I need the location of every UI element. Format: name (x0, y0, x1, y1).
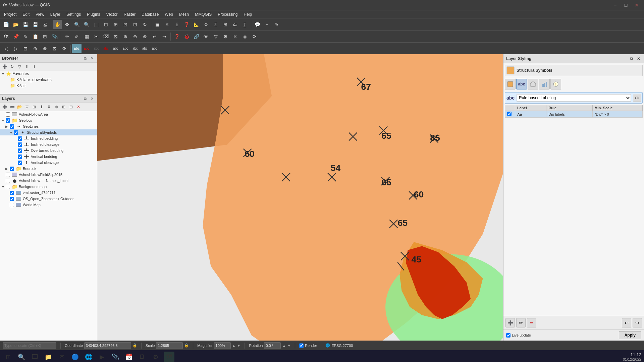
edit-6[interactable]: ⊠ (111, 32, 120, 41)
layer-filter-btn[interactable]: ▽ (23, 104, 30, 110)
close-btn[interactable]: ✕ (632, 2, 641, 8)
styling-tab-action[interactable]: ! (550, 79, 561, 89)
menu-plugins[interactable]: Plugins (84, 11, 103, 17)
zoom-out-btn[interactable]: 🔍 (82, 20, 91, 29)
nav-prev[interactable]: ◁ (1, 44, 11, 53)
labeling-settings-btn[interactable]: ⚙ (633, 94, 641, 102)
add-rule-btn[interactable]: ➕ (505, 318, 515, 327)
edit-1[interactable]: ✏ (62, 32, 72, 41)
redo-style-btn[interactable]: ↪ (633, 318, 642, 327)
label-8[interactable]: abc (140, 44, 150, 53)
render-cb[interactable] (299, 342, 304, 349)
label-1[interactable]: abc (72, 44, 82, 53)
label-7[interactable]: abc (130, 44, 140, 53)
locate-input[interactable] (3, 342, 56, 349)
layer-vml-cb[interactable] (10, 191, 14, 195)
layer-group-btn[interactable]: ⊕ (53, 104, 60, 110)
layer-bgmap-cb[interactable] (6, 185, 10, 189)
styling-tab-3d[interactable] (528, 79, 538, 89)
identify-btn[interactable]: ℹ (172, 20, 181, 29)
label-9[interactable]: abc (150, 44, 159, 53)
refresh-btn[interactable]: ↻ (140, 20, 150, 29)
browser-item-2[interactable]: 📁 K:\air (0, 83, 97, 89)
layer-open-btn[interactable]: 📂 (16, 104, 23, 110)
toolbox-btn[interactable]: ⊞ (221, 20, 230, 29)
window-controls[interactable]: − □ ✕ (610, 2, 641, 8)
labeling-type-select[interactable]: Rule-based Labeling Single Labels No Lab… (517, 94, 631, 102)
epsg-item[interactable]: 🌐 EPSG:27700 (325, 343, 353, 348)
minimize-btn[interactable]: − (610, 2, 620, 8)
layer-asheshollow-area[interactable]: AshesHollowArea (0, 111, 97, 117)
browser-close-btn[interactable]: ✕ (89, 55, 95, 61)
map-nav-6[interactable]: 📎 (50, 32, 59, 41)
python-btn[interactable]: Σ (211, 20, 220, 29)
magnifier-input[interactable] (214, 342, 231, 349)
rotation-down[interactable]: ▼ (287, 344, 291, 348)
nav-4[interactable]: ⊕ (31, 44, 40, 53)
coordinate-input[interactable] (84, 342, 131, 349)
map-nav-2[interactable]: 📌 (11, 32, 20, 41)
styling-float-btn[interactable]: ⧉ (629, 56, 635, 62)
layer-os-cb[interactable] (10, 197, 14, 201)
layer-vml-raster[interactable]: vml-raster_4749711 (0, 190, 97, 196)
zoom-actual-btn[interactable]: ⊡ (101, 20, 111, 29)
layer-remove-btn[interactable]: ➖ (9, 104, 15, 110)
edit-8[interactable]: ⊖ (130, 32, 140, 41)
info-btn[interactable]: ❓ (182, 20, 191, 29)
layer-collapse-btn[interactable]: ⊟ (68, 104, 74, 110)
browser-item-1[interactable]: 📁 K:\clare_downloads (0, 77, 97, 83)
taskbar-notes-btn[interactable]: 🗒 (137, 352, 148, 362)
layer-inclined-bedding-cb[interactable] (18, 136, 22, 141)
browser-refresh-btn[interactable]: ↻ (9, 63, 15, 70)
layer-fieldslip-cb[interactable] (6, 173, 10, 177)
layer-filter2-btn[interactable]: ⊞ (31, 104, 38, 110)
menu-database[interactable]: Database (139, 11, 161, 17)
favorites-toggle[interactable]: ▼ (1, 72, 5, 76)
save-project-btn[interactable]: 💾 (21, 20, 30, 29)
layers-close-btn[interactable]: ✕ (89, 96, 95, 102)
taskbar-browser-btn[interactable]: 🌐 (83, 352, 94, 362)
styling-tab-diagram[interactable] (539, 79, 550, 89)
nav-3[interactable]: ⊡ (21, 44, 30, 53)
menu-help[interactable]: Help (241, 11, 255, 17)
layer-inclined-cleavage[interactable]: Inclined cleavage (0, 141, 97, 147)
taskbar-app3-btn[interactable]: 🔵 (70, 352, 80, 362)
layer-inclined-bedding[interactable]: Inclined bedding (0, 135, 97, 141)
menu-settings[interactable]: Settings (64, 11, 84, 17)
menu-project[interactable]: Project (1, 11, 19, 17)
zoom-layer-btn[interactable]: ⊡ (121, 20, 130, 29)
styling-tab-label[interactable]: abc (516, 79, 527, 89)
menu-layer[interactable]: Layer (48, 11, 63, 17)
ext-btn[interactable]: ∑ (240, 20, 250, 29)
print-btn[interactable]: 🖨 (40, 20, 50, 29)
menu-processing[interactable]: Processing (215, 11, 240, 17)
nav-6[interactable]: ⊠ (50, 44, 59, 53)
layer-fieldslip[interactable]: AshesHollowFieldSlip2015 (0, 172, 97, 178)
live-update-cb[interactable] (506, 333, 511, 338)
taskbar-app4-btn[interactable]: 📎 (110, 352, 121, 362)
taskbar-settings-btn[interactable]: ⚙ (150, 352, 161, 362)
rule-row-1-check[interactable] (505, 111, 515, 118)
digitize-btn[interactable]: ✎ (272, 20, 281, 29)
zoom-in-btn[interactable]: 🔍 (72, 20, 82, 29)
map-nav-4[interactable]: 📋 (31, 32, 40, 41)
rotation-input[interactable] (264, 342, 281, 349)
debug-btn[interactable]: 🐞 (182, 32, 191, 41)
taskbar-start-btn[interactable]: ⊞ (3, 352, 13, 362)
new-project-btn[interactable]: 📄 (1, 20, 11, 29)
browser-favorites[interactable]: ▼ ⭐ Favorites (0, 71, 97, 77)
remove-rule-btn[interactable]: ━ (527, 318, 536, 327)
browser-add-btn[interactable]: ➕ (1, 63, 8, 70)
taskbar-search-btn[interactable]: 🔍 (16, 352, 27, 362)
map-area[interactable]: 67 65 85 60 54 65 60 65 45 Contains OS d… (97, 54, 503, 341)
save-as-btn[interactable]: 💾 (31, 20, 40, 29)
taskbar-mail-btn[interactable]: ✉ (56, 352, 67, 362)
snapping-btn[interactable]: 🔗 (192, 32, 201, 41)
styling-tab-paint[interactable] (505, 79, 516, 89)
layer-down-btn[interactable]: ⬇ (46, 104, 52, 110)
vertex-btn[interactable]: ◈ (240, 32, 250, 41)
nav-5[interactable]: ⊗ (40, 44, 50, 53)
map-tips-btn[interactable]: 💬 (253, 20, 262, 29)
map-nav-5[interactable]: ⊞ (40, 32, 50, 41)
label-3[interactable]: abc (92, 44, 101, 53)
